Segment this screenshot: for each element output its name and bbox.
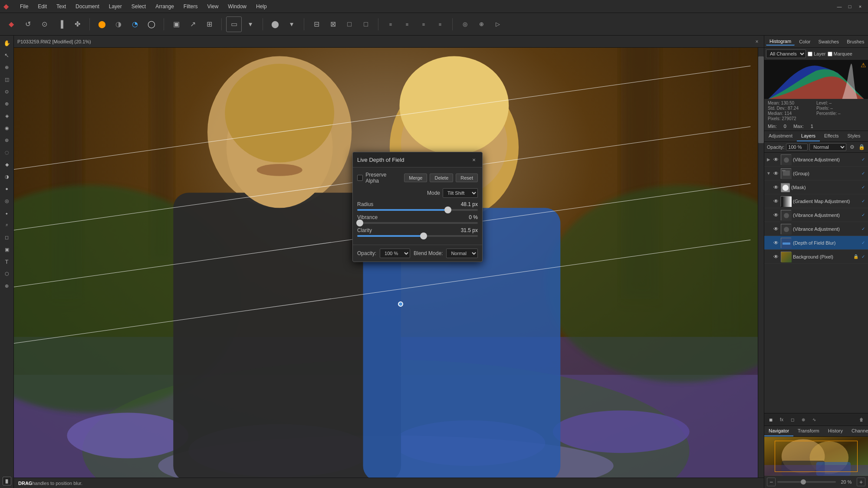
- layer-curve-btn[interactable]: ∿: [809, 415, 819, 424]
- delete-button[interactable]: Delete: [430, 174, 453, 182]
- preserve-alpha-checkbox[interactable]: [357, 175, 363, 181]
- view-mode-btn[interactable]: ⊙: [36, 16, 52, 32]
- menu-window[interactable]: Window: [224, 3, 251, 10]
- menu-edit[interactable]: Edit: [33, 3, 51, 10]
- menu-file[interactable]: File: [16, 3, 33, 10]
- layer-item-background[interactable]: 👁 Background (Pixel) 🔒 ✓: [764, 250, 868, 264]
- visibility-icon[interactable]: 👁: [773, 184, 779, 190]
- straighten-tool[interactable]: ◫: [1, 74, 13, 85]
- layer-delete-btn[interactable]: 🗑: [857, 415, 866, 424]
- stock-btn[interactable]: ▷: [490, 16, 506, 32]
- app-icon-btn[interactable]: ◆: [3, 16, 19, 32]
- pointer-tool[interactable]: ↖: [1, 49, 13, 61]
- burn-tool[interactable]: ●: [1, 183, 13, 194]
- layer-checkbox[interactable]: [808, 52, 812, 56]
- tab-color[interactable]: Color: [796, 38, 814, 45]
- fill-tool[interactable]: ▣: [1, 244, 13, 255]
- menu-text[interactable]: Text: [52, 3, 70, 10]
- blend-mode-select[interactable]: Normal Multiply: [809, 143, 846, 151]
- align-btn4[interactable]: ≡: [432, 16, 448, 32]
- clone-tool[interactable]: ⊙: [1, 86, 13, 97]
- marquee-rect-btn[interactable]: ▣: [168, 16, 184, 32]
- reset-button[interactable]: Reset: [456, 174, 478, 182]
- macro-btn[interactable]: ◎: [457, 16, 473, 32]
- healing-tool[interactable]: ⊕: [1, 98, 13, 109]
- histogram-btn[interactable]: ▐: [53, 16, 69, 32]
- shape-tool[interactable]: ⬡: [1, 268, 13, 279]
- color-wheel-btn[interactable]: ⬤: [94, 16, 110, 32]
- radius-slider-thumb[interactable]: [444, 206, 451, 213]
- opacity-select[interactable]: 100 % 75 % 50 %: [380, 249, 410, 258]
- sharpen-tool[interactable]: ◆: [1, 159, 13, 170]
- layer-check[interactable]: ✓: [860, 157, 866, 163]
- vertical-scrollbar-thumb[interactable]: [758, 56, 764, 143]
- close-button[interactable]: ×: [856, 2, 865, 11]
- background-lock-icon[interactable]: 🔒: [853, 254, 858, 259]
- zoom-tool[interactable]: ⊕: [1, 280, 13, 291]
- visibility-icon[interactable]: 👁: [773, 170, 779, 177]
- tab-effects[interactable]: Effects: [820, 131, 843, 141]
- foreground-color-swatch[interactable]: █: [3, 477, 11, 485]
- tab-brushes[interactable]: Brushes: [843, 38, 868, 45]
- hand-tool[interactable]: ✋: [1, 37, 13, 49]
- layer-check[interactable]: ✓: [860, 226, 866, 232]
- layer-lock-btn[interactable]: 🔒: [858, 143, 865, 151]
- white-balance-btn[interactable]: ◯: [144, 16, 159, 32]
- layer-mask-btn[interactable]: ◻: [788, 415, 797, 424]
- tab-stock[interactable]: Stock: [865, 131, 868, 141]
- rectangle-btn[interactable]: ▭: [226, 16, 242, 32]
- visibility-icon[interactable]: 👁: [773, 240, 779, 246]
- tab-layers[interactable]: Layers: [797, 131, 820, 141]
- clarity-slider-track[interactable]: [357, 235, 478, 237]
- layer-item-group[interactable]: ▼ 👁 (Group) ✓: [764, 167, 868, 180]
- menu-filters[interactable]: Filters: [179, 3, 202, 10]
- layer-fx-btn[interactable]: fx: [777, 415, 786, 424]
- layer-item-vibrance-adj2[interactable]: 👁 (Vibrance Adjustment) ✓: [764, 208, 868, 222]
- align-btn1[interactable]: ≡: [383, 16, 398, 32]
- erase-tool[interactable]: ◻: [1, 232, 13, 243]
- dof-close-button[interactable]: ×: [470, 156, 478, 164]
- visibility-icon[interactable]: 👁: [773, 157, 779, 163]
- canvas-close-button[interactable]: ×: [753, 38, 760, 45]
- align-btn2[interactable]: ≡: [399, 16, 415, 32]
- visibility-icon[interactable]: 👁: [773, 198, 779, 204]
- dodge-tool[interactable]: ◑: [1, 171, 13, 182]
- align-btn3[interactable]: ≡: [416, 16, 431, 32]
- menu-document[interactable]: Document: [71, 3, 104, 10]
- share-btn[interactable]: ✤: [69, 16, 85, 32]
- layer-check[interactable]: ✓: [860, 184, 866, 190]
- patch-tool[interactable]: ◈: [1, 110, 13, 121]
- zoom-slider-track[interactable]: [777, 481, 836, 483]
- transform-btn[interactable]: ↗: [185, 16, 201, 32]
- zoom-slider-thumb[interactable]: [801, 479, 806, 485]
- arrange-btn2[interactable]: ⊠: [325, 16, 341, 32]
- expand-icon[interactable]: ▶: [766, 157, 771, 162]
- minimize-button[interactable]: —: [835, 2, 844, 11]
- mode-select[interactable]: Tilt Shift Gaussian Box Lens Blur: [443, 188, 478, 198]
- menu-view[interactable]: View: [203, 3, 223, 10]
- merge-button[interactable]: Merge: [404, 174, 427, 182]
- menu-select[interactable]: Select: [127, 3, 150, 10]
- visibility-icon[interactable]: 👁: [773, 254, 779, 260]
- menu-layer[interactable]: Layer: [105, 3, 126, 10]
- tone-btn[interactable]: ◑: [111, 16, 126, 32]
- vertical-scrollbar[interactable]: [758, 48, 764, 481]
- brush-dropdown-btn[interactable]: ▾: [284, 16, 299, 32]
- tab-channels[interactable]: Channels: [847, 426, 868, 436]
- opacity-input[interactable]: [786, 144, 808, 151]
- layer-adj-btn[interactable]: ⊕: [799, 415, 808, 424]
- arrange-btn1[interactable]: ⊟: [309, 16, 324, 32]
- layer-item-vibrance-adj3[interactable]: 👁 (Vibrance Adjustment) ✓: [764, 222, 868, 236]
- crop-overlay-btn[interactable]: ⊞: [201, 16, 217, 32]
- visibility-icon[interactable]: 👁: [773, 212, 779, 218]
- radius-slider-track[interactable]: [357, 209, 478, 211]
- tab-transform[interactable]: Transform: [793, 426, 824, 436]
- layer-check[interactable]: ✓: [860, 240, 866, 246]
- layer-refine-btn[interactable]: ◼: [766, 415, 776, 424]
- zoom-out-button[interactable]: −: [767, 478, 776, 486]
- vector-brush-tool[interactable]: 〃: [1, 219, 13, 231]
- tab-navigator[interactable]: Navigator: [764, 426, 793, 436]
- undo-btn[interactable]: ↺: [20, 16, 36, 32]
- tilt-handle-3[interactable]: [398, 301, 403, 307]
- layer-item-vibrance-adj-top[interactable]: ▶ 👁 (Vibrance Adjustment) ✓: [764, 153, 868, 167]
